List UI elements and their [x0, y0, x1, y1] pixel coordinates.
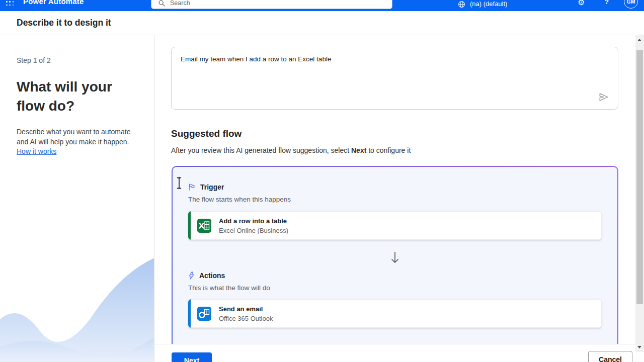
submit-description-button[interactable]	[597, 90, 611, 104]
suggested-flow-subtitle: After you review this AI generated flow …	[171, 146, 411, 154]
environment-picker[interactable]: (na) (default)	[458, 0, 507, 8]
down-arrow-icon	[389, 251, 401, 264]
step-indicator: Step 1 of 2	[17, 56, 137, 64]
scrollbar-up-arrow-icon[interactable]	[637, 39, 641, 41]
subtitle-suffix: to configure it	[366, 146, 411, 154]
trigger-description: The flow starts when this happens	[188, 196, 291, 203]
content: Step 1 of 2 What will your flow do? Desc…	[0, 35, 644, 362]
search-icon	[158, 0, 165, 7]
environment-icon	[458, 1, 465, 8]
flag-icon	[188, 183, 196, 191]
action-card-title: Send an email	[219, 305, 273, 313]
next-button[interactable]: Next	[172, 352, 212, 362]
actions-description: This is what the flow will do	[188, 284, 270, 292]
lightning-icon	[188, 272, 195, 280]
scrollbar-down-arrow-icon[interactable]	[637, 346, 641, 348]
app-title[interactable]: Power Automate	[23, 0, 84, 6]
suggested-flow-heading: Suggested flow	[171, 128, 242, 139]
settings-gear-icon[interactable]: ⚙	[578, 0, 585, 7]
avatar[interactable]: GM	[624, 0, 638, 9]
main-panel: Email my team when I add a row to an Exc…	[154, 35, 635, 362]
action-connector-card[interactable]: Send an email Office 365 Outlook	[188, 299, 602, 328]
search-placeholder: Search	[170, 0, 190, 7]
app-launcher-icon[interactable]	[6, 0, 14, 6]
outlook-accent-bar	[188, 299, 191, 328]
outlook-icon	[197, 306, 212, 321]
sidebar-description: Describe what you want to automate and A…	[17, 127, 137, 147]
actions-section-header: Actions	[188, 272, 225, 280]
excel-icon	[197, 218, 212, 233]
top-app-bar: Power Automate Search (na) (default) ⚙ ?…	[0, 0, 644, 11]
wizard-footer: Next Cancel	[154, 344, 635, 362]
environment-label: (na) (default)	[470, 0, 507, 8]
actions-label: Actions	[199, 272, 225, 280]
page-header: Describe it to design it	[0, 11, 644, 35]
subtitle-next-word: Next	[351, 146, 366, 154]
trigger-section-header: Trigger	[188, 183, 224, 191]
scrollbar[interactable]	[635, 35, 644, 362]
cancel-button[interactable]: Cancel	[588, 351, 632, 362]
trigger-card-subtitle: Excel Online (Business)	[219, 227, 288, 234]
page-title: Describe it to design it	[17, 18, 111, 28]
scrollbar-thumb[interactable]	[636, 50, 643, 304]
sidebar: Step 1 of 2 What will your flow do? Desc…	[0, 35, 154, 362]
send-icon	[598, 92, 609, 103]
subtitle-prefix: After you review this AI generated flow …	[171, 146, 351, 154]
decorative-waves	[0, 244, 154, 362]
flow-description-input[interactable]: Email my team when I add a row to an Exc…	[171, 47, 618, 110]
help-icon[interactable]: ?	[605, 0, 609, 6]
action-card-subtitle: Office 365 Outlook	[219, 315, 273, 322]
excel-accent-bar	[188, 211, 191, 240]
trigger-connector-card[interactable]: Add a row into a table Excel Online (Bus…	[188, 211, 602, 240]
suggested-flow-card: Trigger The flow starts when this happen…	[172, 166, 618, 362]
sidebar-heading: What will your flow do?	[17, 77, 137, 116]
trigger-label: Trigger	[200, 183, 224, 191]
trigger-card-title: Add a row into a table	[219, 217, 288, 225]
flow-description-text: Email my team when I add a row to an Exc…	[181, 55, 331, 63]
scrollbar-track[interactable]	[635, 35, 644, 352]
search-input[interactable]: Search	[151, 0, 392, 9]
how-it-works-link[interactable]: How it works	[17, 147, 56, 155]
